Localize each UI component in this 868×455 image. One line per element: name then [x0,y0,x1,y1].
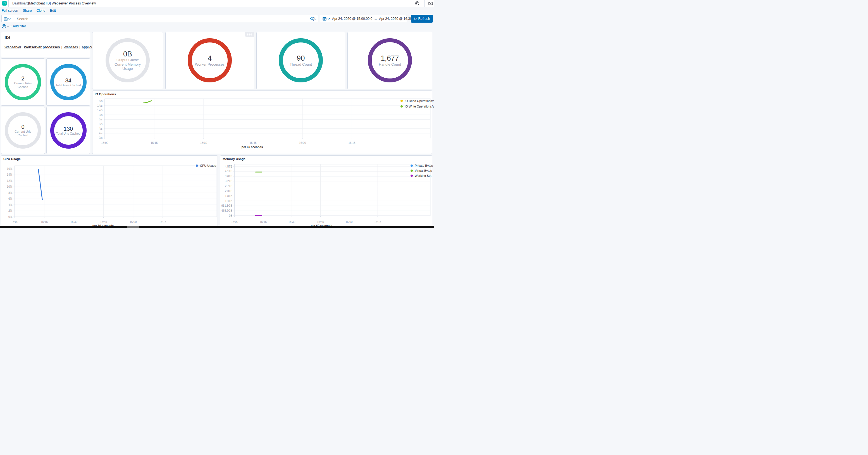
separator: | [22,45,22,49]
legend-label: Working Set [415,174,432,177]
arrow-right-icon: → [374,17,377,21]
page-title: [Metricbeat IIS] Webserver Process Overv… [28,1,96,5]
toolbar-link-full-screen[interactable]: Full screen [2,9,18,12]
horizontal-scrollbar[interactable] [0,226,434,228]
breadcrumb-separator: / [26,1,27,5]
query-language-button[interactable]: KQL [308,16,318,22]
gauge-value: 34 [65,78,71,84]
legend-label: IO Write Operations/s [405,105,434,108]
toolbar-link-edit[interactable]: Edit [50,9,56,12]
svg-text:16:15: 16:15 [348,141,355,144]
svg-text:12%: 12% [7,179,12,182]
gauge-value: 4 [208,54,212,62]
date-quick-select-button[interactable] [320,17,332,21]
gauge-panel-current-uris-cached: 0 Current Uris Cached [1,107,45,154]
svg-text:15:15: 15:15 [151,141,157,144]
chevron-down-icon [328,18,330,20]
iis-link-webserver[interactable]: Webserver [4,45,21,49]
chart-title: IO Operations [95,92,116,96]
space-avatar[interactable]: D [2,1,7,6]
help-icon[interactable] [415,1,420,6]
gauge-panel-output-cache: 0B Output Cache Current Memory Usage [92,32,163,89]
date-picker[interactable]: Apr 24, 2020 @ 15:00:00.0 → Apr 24, 2020… [320,15,407,22]
svg-text:16:15: 16:15 [159,220,166,223]
legend-item[interactable]: IO Write Operations/s [401,105,434,108]
app-header: D Dashboard / [Metricbeat IIS] Webserver… [0,0,434,7]
scrollbar-thumb[interactable] [127,226,139,228]
svg-text:1.8TB: 1.8TB [225,194,232,198]
svg-text:15:30: 15:30 [288,220,295,223]
svg-text:2.3TB: 2.3TB [225,190,232,193]
search-bar[interactable]: Search KQL [1,15,318,22]
gauge-panel-thread-count: 90 Thread Count [256,32,345,89]
gauge-panel-handle-count: 1,677 Handle Count [347,32,432,89]
svg-text:10/s: 10/s [97,113,102,117]
svg-text:16/s: 16/s [97,99,102,102]
iis-link-websites[interactable]: Websites [64,45,78,49]
svg-text:6%: 6% [8,197,12,200]
svg-text:15:15: 15:15 [41,220,48,223]
gauge-panel-worker-processes: 4 Worker Processes [165,32,254,89]
svg-text:2.7TB: 2.7TB [225,185,232,188]
dashboard-toolbar: Full screenShareCloneEdit [2,7,56,14]
saved-query-button[interactable] [2,16,13,22]
svg-text:3.6TB: 3.6TB [225,175,232,178]
gauge-label: Total Files Cached [55,84,82,87]
svg-text:4%: 4% [8,203,12,206]
cpu-usage-panel: CPU Usage 0%2%4%6%8%10%12%14%16%15:0015:… [1,155,218,228]
gauge-label: Thread Count [284,62,317,66]
toolbar-link-clone[interactable]: Clone [37,9,45,12]
gauge-label: Current Files Cached [10,82,36,89]
svg-text:1.4TB: 1.4TB [225,200,232,203]
svg-text:4.1TB: 4.1TB [225,170,232,173]
legend-dot-icon [401,100,403,102]
gauge-value: 90 [297,54,305,62]
legend-item[interactable]: IO Read Operations/s [401,99,434,102]
gauge-panel-total-uris-cached: 130 Total Uris Cached [46,107,90,154]
chart-title: Memory Usage [223,157,246,161]
iis-nav-panel: IIS Webserver|Webserver processes|Websit… [1,32,90,57]
svg-text:15:45: 15:45 [100,220,107,223]
svg-text:2%: 2% [8,209,12,212]
divider [424,0,425,7]
legend-item[interactable]: Working Set [410,174,433,177]
gauge-value: 1,677 [381,54,399,62]
legend-item[interactable]: Private Bytes [410,164,433,167]
svg-text:16:00: 16:00 [130,220,136,223]
newsfeed-mail-icon[interactable] [428,1,433,6]
chart-plot-area: 0B465.7GB931.3GB1.4TB1.8TB2.3TB2.7TB3.2T… [220,156,432,228]
search-input[interactable]: Search [17,17,28,21]
filter-icon[interactable] [2,24,6,30]
gauge-label: Handle Count [373,62,406,66]
svg-text:per 60 seconds: per 60 seconds [242,145,263,149]
svg-text:15:00: 15:00 [11,220,18,223]
iis-link-webserver-processes[interactable]: Webserver processes [24,45,60,49]
svg-text:15:00: 15:00 [101,141,108,144]
svg-text:465.7GB: 465.7GB [221,209,232,212]
svg-text:16:00: 16:00 [299,141,306,144]
legend-label: Private Bytes [415,164,433,167]
legend-dot-icon [401,105,403,108]
panel-options-button[interactable] [245,32,254,37]
legend-dot-icon [410,170,413,172]
legend-label: Virtual Bytes [415,169,432,172]
gauge-label: Output Cache Current Memory Usage [111,58,144,71]
chart-plot-area: 0%2%4%6%8%10%12%14%16%15:0015:1515:3015:… [1,156,218,228]
add-filter-button[interactable]: + Add filter [10,24,26,28]
legend-dot-icon [410,164,413,167]
date-start[interactable]: Apr 24, 2020 @ 15:00:00.0 [332,17,372,21]
legend-item[interactable]: Virtual Bytes [410,169,433,172]
svg-text:6/s: 6/s [99,123,102,126]
toolbar-link-share[interactable]: Share [23,9,32,12]
svg-text:0/s: 0/s [99,136,102,140]
svg-text:15:30: 15:30 [200,141,207,144]
svg-text:15:00: 15:00 [231,220,238,223]
refresh-button[interactable]: ↻ Refresh [411,15,433,23]
svg-text:8%: 8% [8,191,12,194]
svg-text:15:45: 15:45 [249,141,256,144]
gauge-label: Worker Processes [193,62,226,66]
date-range[interactable]: Apr 24, 2020 @ 15:00:00.0 → Apr 24, 2020… [332,17,420,21]
legend-item[interactable]: CPU Usage [196,164,216,167]
gauge-value: 0 [21,124,24,130]
divider [411,0,411,7]
